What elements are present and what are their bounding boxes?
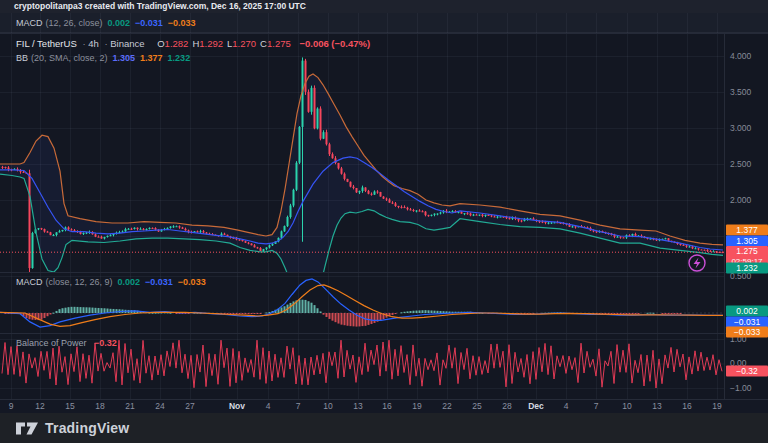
ohlc-value: 1.275: [267, 38, 291, 49]
footer-bar: TradingView: [0, 413, 768, 443]
time-tick-label: 4: [564, 401, 569, 411]
tradingview-brand-text: TradingView: [45, 420, 129, 436]
price-badge: 1.377: [726, 225, 768, 236]
symbol-name: FIL / TetherUS: [16, 38, 77, 49]
ohlc-values: O1.282H1.292L1.270C1.275: [153, 38, 291, 49]
ohlc-value: 1.292: [199, 38, 223, 49]
ohlc-key: O: [157, 38, 164, 49]
time-tick-label: 13: [652, 401, 661, 411]
ohlc-value: 1.270: [232, 38, 256, 49]
time-tick-label: 21: [125, 401, 134, 411]
symbol-legend[interactable]: FIL / TetherUS · 4h · Binance O1.282H1.2…: [16, 37, 370, 51]
time-tick-label: 19: [412, 401, 421, 411]
indicator-values: 1.3051.3771.232: [108, 53, 191, 63]
legend-separator: ·: [82, 38, 85, 49]
price-tick-label: 4.000: [730, 51, 751, 61]
time-tick-label: 28: [502, 401, 511, 411]
macd-pane-legend[interactable]: MACD(close, 12, 26, 9)0.002−0.031−0.033: [16, 275, 206, 289]
price-badge: 1.232: [726, 263, 768, 274]
indicator-values: 0.002−0.031−0.033: [113, 277, 206, 287]
time-tick-label: 16: [382, 401, 391, 411]
indicator-title: Balance of Power: [16, 338, 87, 348]
time-tick-label: 22: [442, 401, 451, 411]
indicator-params: (20, SMA, close, 2): [31, 53, 108, 63]
time-tick-label: 24: [155, 401, 164, 411]
macd-badge: 0.002: [726, 306, 768, 317]
time-tick-label: Nov: [229, 401, 245, 411]
time-tick-label: 19: [712, 401, 721, 411]
indicator-title: MACD: [16, 277, 43, 287]
indicator-value: 0.002: [118, 277, 141, 287]
time-tick-label: 12: [35, 401, 44, 411]
ohlc-value: 1.282: [165, 38, 189, 49]
time-tick-label: Dec: [528, 401, 544, 411]
time-tick-label: 27: [185, 401, 194, 411]
indicator-params: (close, 12, 26, 9): [46, 277, 113, 287]
macd-badge: −0.033: [726, 327, 768, 338]
time-tick-label: 10: [323, 401, 332, 411]
change-value: −0.006 (−0.47%): [299, 38, 370, 49]
tradingview-chart-window: cryptopolitanpa3 created with TradingVie…: [0, 0, 768, 443]
price-tick-label: 2.000: [730, 195, 751, 205]
indicator-value: 1.232: [168, 53, 191, 63]
indicator-title: BB: [16, 53, 28, 63]
time-scale-axis[interactable]: 9121518212427Nov4710131619222528Dec47101…: [0, 399, 768, 413]
symbol-interval: 4h: [88, 38, 99, 49]
ohlc-key: C: [260, 38, 267, 49]
indicator-value: −0.031: [145, 277, 173, 287]
time-tick-label: 25: [472, 401, 481, 411]
price-tick-label: 2.500: [730, 159, 751, 169]
lightning-quick-trade-button[interactable]: [689, 255, 705, 271]
bop-badge: −0.32: [726, 366, 768, 377]
bb-legend[interactable]: BB(20, SMA, close, 2)1.3051.3771.232: [16, 51, 190, 65]
legend-separator: ·: [104, 38, 107, 49]
time-tick-label: 16: [682, 401, 691, 411]
price-badge: 1.305: [726, 236, 768, 247]
time-tick-label: 18: [95, 401, 104, 411]
price-tick-label: 3.000: [730, 123, 751, 133]
indicator-value: −0.033: [178, 277, 206, 287]
tradingview-logo-icon: [16, 421, 38, 436]
indicator-value: −0.32: [94, 338, 117, 348]
bop-tick-label: −1.00: [730, 383, 752, 393]
bop-legend[interactable]: Balance of Power −0.32: [16, 336, 117, 350]
time-tick-label: 10: [622, 401, 631, 411]
time-tick-label: 13: [353, 401, 362, 411]
indicator-value: 1.305: [113, 53, 136, 63]
time-tick-label: 7: [296, 401, 301, 411]
price-scale-axis[interactable]: 4.0003.5003.0002.5002.0000.5001.000.00−1…: [724, 33, 768, 399]
symbol-exchange: Binance: [110, 38, 144, 49]
price-tick-label: 3.500: [730, 87, 751, 97]
time-tick-label: 4: [266, 401, 271, 411]
time-tick-label: 7: [594, 401, 599, 411]
time-tick-label: 9: [9, 401, 14, 411]
tradingview-logo-link[interactable]: TradingView: [16, 420, 129, 436]
time-tick-label: 15: [65, 401, 74, 411]
indicator-value: 1.377: [140, 53, 163, 63]
